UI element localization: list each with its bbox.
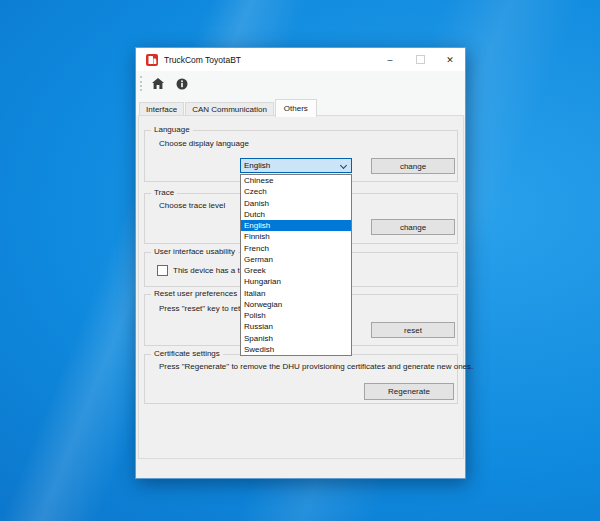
dropdown-option-finnish[interactable]: Finnish (241, 231, 351, 242)
dropdown-option-german[interactable]: German (241, 254, 351, 265)
close-button[interactable]: ✕ (435, 48, 465, 71)
reset-button[interactable]: reset (371, 322, 455, 338)
language-select[interactable]: English (240, 158, 352, 173)
language-select-value: English (241, 161, 270, 170)
dropdown-option-norwegian[interactable]: Norwegian (241, 299, 351, 310)
trace-description: Choose trace level (159, 201, 225, 210)
dropdown-option-swedish[interactable]: Swedish (241, 344, 351, 355)
dropdown-option-spanish[interactable]: Spanish (241, 333, 351, 344)
language-description: Choose display language (159, 139, 249, 148)
group-usability-title: User interface usability (151, 247, 238, 256)
dropdown-option-polish[interactable]: Polish (241, 310, 351, 321)
group-certificate: Certificate settings Press "Regenerate" … (144, 354, 458, 404)
desktop-wallpaper: TruckCom ToyotaBT – ✕ (0, 0, 600, 521)
regenerate-button[interactable]: Regenerate (364, 383, 454, 400)
home-icon (152, 78, 164, 89)
trace-change-button[interactable]: change (371, 219, 455, 235)
dropdown-option-hungarian[interactable]: Hungarian (241, 276, 351, 287)
maximize-icon (416, 55, 425, 64)
app-icon (146, 54, 158, 66)
dropdown-option-czech[interactable]: Czech (241, 186, 351, 197)
dropdown-option-english[interactable]: English (241, 220, 351, 231)
close-icon: ✕ (446, 55, 454, 65)
dropdown-option-danish[interactable]: Danish (241, 198, 351, 209)
dropdown-option-french[interactable]: French (241, 243, 351, 254)
toolbar (136, 71, 465, 96)
tab-strip: InterfaceCAN CommunicationOthers (136, 96, 465, 116)
minimize-button[interactable]: – (375, 48, 405, 71)
dropdown-option-chinese[interactable]: Chinese (241, 175, 351, 186)
info-icon (176, 78, 188, 90)
tab-others[interactable]: Others (275, 99, 317, 117)
group-certificate-title: Certificate settings (151, 349, 223, 358)
toolbar-grip (140, 76, 142, 91)
titlebar[interactable]: TruckCom ToyotaBT – ✕ (136, 48, 465, 71)
group-reset-title: Reset user preferences (151, 289, 240, 298)
dropdown-option-greek[interactable]: Greek (241, 265, 351, 276)
chevron-down-icon (340, 162, 347, 169)
certificate-description: Press "Regenerate" to remove the DHU pro… (159, 362, 473, 371)
group-language-title: Language (151, 125, 193, 134)
info-button[interactable] (171, 74, 193, 94)
touch-screen-checkbox[interactable] (157, 265, 168, 276)
minimize-icon: – (387, 55, 392, 65)
dropdown-option-italian[interactable]: Italian (241, 288, 351, 299)
group-trace-title: Trace (151, 188, 177, 197)
language-change-button[interactable]: change (371, 158, 455, 174)
window-title: TruckCom ToyotaBT (164, 55, 241, 65)
language-dropdown-list: ChineseCzechDanishDutchEnglishFinnishFre… (240, 174, 352, 356)
home-button[interactable] (147, 74, 169, 94)
dropdown-option-dutch[interactable]: Dutch (241, 209, 351, 220)
dropdown-option-russian[interactable]: Russian (241, 321, 351, 332)
maximize-button (405, 48, 435, 71)
app-window: TruckCom ToyotaBT – ✕ (135, 47, 466, 479)
